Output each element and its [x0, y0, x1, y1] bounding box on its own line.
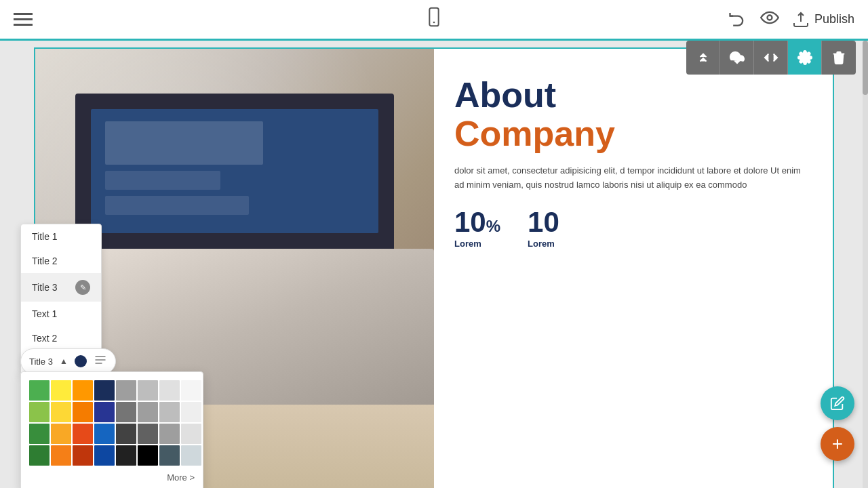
color-dot[interactable]	[75, 355, 87, 367]
dropdown-label-title1: Title 1	[32, 231, 58, 242]
align-icon[interactable]	[94, 353, 107, 369]
color-cell[interactable]	[181, 445, 201, 466]
dropdown-label-text2: Text 2	[32, 333, 57, 344]
topbar-center	[423, 6, 445, 33]
color-cell[interactable]	[116, 445, 136, 466]
topbar-left	[14, 13, 33, 26]
color-cell[interactable]	[51, 402, 71, 422]
company-title: Company	[454, 115, 812, 153]
svg-point-1	[433, 22, 435, 24]
chevron-up-icon[interactable]: ▲	[60, 357, 68, 366]
color-cell[interactable]	[181, 424, 201, 444]
color-cell[interactable]	[116, 380, 136, 401]
color-cell[interactable]	[29, 424, 50, 444]
color-cell[interactable]	[159, 424, 180, 444]
stat-item-1: 10% Lorem	[454, 206, 500, 249]
color-cell[interactable]	[138, 424, 158, 444]
settings-toolbar-btn[interactable]	[788, 41, 822, 75]
eye-icon[interactable]	[760, 8, 779, 31]
dropdown-item-title1[interactable]: Title 1	[21, 224, 101, 249]
color-grid	[29, 380, 195, 466]
stats-row: 10% Lorem 10 Lorem	[454, 206, 812, 249]
color-cell[interactable]	[116, 424, 136, 444]
code-toolbar-btn[interactable]	[754, 41, 788, 75]
scrollbar-thumb[interactable]	[863, 41, 868, 95]
color-cell[interactable]	[29, 445, 50, 466]
dropdown-item-title3[interactable]: Title 3 ✎	[21, 273, 101, 302]
color-cell[interactable]	[159, 402, 180, 422]
stat-label-1: Lorem	[454, 239, 500, 249]
topbar-right: Publish	[728, 8, 854, 31]
color-cell[interactable]	[51, 445, 71, 466]
stat-num-1: 10%	[454, 206, 500, 239]
color-cell[interactable]	[138, 380, 158, 401]
more-colors-link[interactable]: More >	[29, 472, 195, 483]
dropdown-label-title3: Title 3	[32, 282, 58, 293]
svg-point-2	[767, 15, 772, 20]
topbar: Publish	[0, 0, 868, 41]
color-cell[interactable]	[73, 402, 93, 422]
color-cell[interactable]	[181, 380, 201, 401]
move-toolbar-btn[interactable]	[686, 41, 720, 75]
color-cell[interactable]	[159, 380, 180, 401]
color-cell[interactable]	[94, 380, 115, 401]
color-cell[interactable]	[138, 445, 158, 466]
add-icon: +	[832, 434, 843, 453]
scrollbar[interactable]	[863, 41, 868, 488]
color-cell[interactable]	[73, 424, 93, 444]
color-cell[interactable]	[73, 380, 93, 401]
stat-item-2: 10 Lorem	[528, 206, 559, 249]
color-cell[interactable]	[51, 380, 71, 401]
element-type-label: Title 3	[29, 357, 53, 367]
undo-icon[interactable]	[728, 8, 747, 31]
svg-rect-0	[429, 8, 438, 26]
stat-label-2: Lorem	[528, 239, 559, 249]
color-cell[interactable]	[116, 402, 136, 422]
publish-button[interactable]: Publish	[793, 12, 854, 28]
dropdown-label-text1: Text 1	[32, 308, 57, 319]
right-content: About Company dolor sit amet, consectetu…	[434, 49, 833, 488]
dropdown-item-text1[interactable]: Text 1	[21, 302, 101, 326]
edit-pen-icon[interactable]: ✎	[75, 280, 90, 295]
fab-edit-button[interactable]	[821, 386, 854, 420]
color-cell[interactable]	[94, 424, 115, 444]
fab-add-button[interactable]: +	[821, 427, 854, 461]
color-cell[interactable]	[94, 402, 115, 422]
color-cell[interactable]	[51, 424, 71, 444]
color-picker: More >	[20, 371, 203, 488]
floating-toolbar	[686, 41, 856, 75]
color-cell[interactable]	[138, 402, 158, 422]
element-toolbar: Title 3 ▲	[20, 348, 116, 374]
canvas: About Company dolor sit amet, consectetu…	[0, 41, 868, 488]
publish-label: Publish	[814, 12, 854, 26]
dropdown-label-title2: Title 2	[32, 256, 58, 266]
about-title: About	[454, 76, 812, 115]
color-cell[interactable]	[29, 380, 50, 401]
download-toolbar-btn[interactable]	[720, 41, 754, 75]
dropdown-item-title2[interactable]: Title 2	[21, 249, 101, 273]
delete-toolbar-btn[interactable]	[822, 41, 856, 75]
stat-num-2: 10	[528, 206, 559, 239]
color-cell[interactable]	[159, 445, 180, 466]
hamburger-icon[interactable]	[14, 13, 33, 26]
dropdown-item-text2[interactable]: Text 2	[21, 326, 101, 350]
color-cell[interactable]	[94, 445, 115, 466]
mobile-icon[interactable]	[423, 6, 445, 33]
color-cell[interactable]	[73, 445, 93, 466]
body-text: dolor sit amet, consectetur adipisicing …	[454, 164, 812, 192]
color-cell[interactable]	[29, 402, 50, 422]
color-cell[interactable]	[181, 402, 201, 422]
